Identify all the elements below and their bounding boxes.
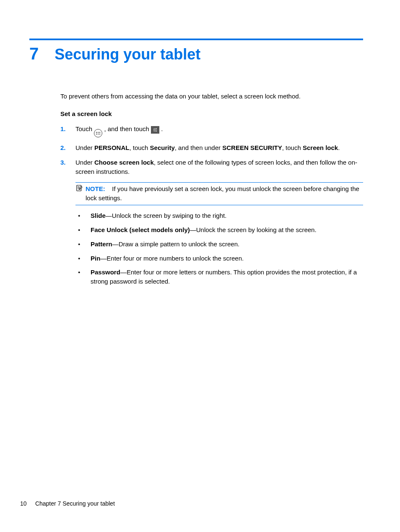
list-item: Password—Enter four or more letters or n…: [75, 268, 363, 286]
options-list: Slide—Unlock the screen by swiping to th…: [75, 211, 363, 286]
step-body: Under PERSONAL, touch Security, and then…: [75, 143, 363, 152]
settings-icon: [151, 126, 159, 134]
list-item: Face Unlock (select models only)—Unlock …: [75, 225, 363, 235]
chapter-heading: 7 Securing your tablet: [29, 44, 363, 63]
step-number: 3.: [60, 158, 75, 176]
bullet-icon: [75, 240, 91, 249]
step-body: Touch , and then touch .: [75, 124, 363, 137]
document-page: 7 Securing your tablet To prevent others…: [0, 0, 400, 532]
section-subhead: Set a screen lock: [60, 109, 363, 119]
step-1: 1. Touch , and then touch .: [60, 124, 363, 137]
list-item: Slide—Unlock the screen by swiping to th…: [75, 211, 363, 220]
footer-text: Chapter 7 Securing your tablet: [35, 500, 115, 507]
note-body: If you have previously set a screen lock…: [86, 185, 359, 201]
page-number: 10: [20, 500, 34, 507]
step-text: , and then touch: [104, 125, 151, 132]
chapter-title: Securing your tablet: [55, 46, 200, 63]
chapter-number: 7: [29, 44, 39, 63]
svg-point-5: [156, 131, 157, 132]
step-2: 2. Under PERSONAL, touch Security, and t…: [60, 143, 363, 152]
note-callout: NOTE: If you have previously set a scree…: [75, 182, 363, 206]
steps-list: 1. Touch , and then touch .: [60, 124, 363, 176]
step-text: Touch: [75, 125, 94, 132]
list-item: Pattern—Draw a simple pattern to unlock …: [75, 240, 363, 249]
page-footer: 10 Chapter 7 Securing your tablet: [20, 500, 115, 507]
note-text: NOTE: If you have previously set a scree…: [85, 184, 363, 203]
note-icon: [75, 184, 85, 203]
step-text: .: [161, 125, 163, 132]
step-body: Under Choose screen lock, select one of …: [75, 158, 363, 176]
body-content: To prevent others from accessing the dat…: [60, 92, 363, 286]
svg-point-3: [153, 129, 154, 130]
bullet-icon: [75, 268, 91, 286]
step-3: 3. Under Choose screen lock, select one …: [60, 158, 363, 176]
bullet-icon: [75, 225, 91, 235]
bullet-icon: [75, 254, 91, 263]
apps-icon: [94, 129, 102, 137]
header-rule: [29, 39, 363, 40]
note-label: NOTE:: [86, 185, 105, 192]
step-number: 2.: [60, 143, 75, 152]
step-number: 1.: [60, 124, 75, 137]
list-item: Pin—Enter four or more numbers to unlock…: [75, 254, 363, 263]
intro-paragraph: To prevent others from accessing the dat…: [60, 92, 363, 101]
bullet-icon: [75, 211, 91, 220]
svg-point-1: [156, 128, 157, 129]
